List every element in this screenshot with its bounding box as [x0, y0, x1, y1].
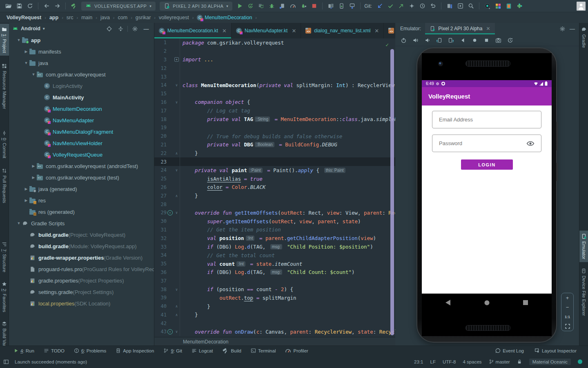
collapse-all-button[interactable]: [116, 25, 125, 33]
emulator-nav-home-button[interactable]: [470, 36, 479, 45]
code-line-32[interactable]: 32 val position:Int = parent.getChildAda…: [154, 234, 395, 242]
profiler-sessions-button[interactable]: [482, 1, 493, 11]
project-view-selector[interactable]: Android: [21, 26, 40, 31]
code-line-20[interactable]: 20 // True for debug builds and false ot…: [154, 132, 395, 141]
tree-item-manifests[interactable]: ▶manifests: [9, 46, 154, 57]
emulator-device-tab[interactable]: Pixel 2 API 30 Alpha ✕: [425, 23, 494, 34]
code-line-28[interactable]: 28: [154, 200, 395, 209]
tree-item-build-gradle[interactable]: build.gradle (Module: VolleyRequest.app): [9, 240, 154, 252]
fold-open-icon[interactable]: ∨: [174, 330, 180, 334]
nav-back-icon[interactable]: [445, 300, 451, 305]
tool-window-button-2-favorites[interactable]: 2: Favorites: [0, 278, 9, 315]
breadcrumb-item[interactable]: gsrikar: [136, 15, 151, 20]
tree-chevron-icon[interactable]: ▼: [16, 221, 22, 225]
profile-debug-button[interactable]: [298, 1, 309, 11]
fold-expand-icon[interactable]: +: [174, 57, 179, 62]
code-editor[interactable]: 1package com.gsrikar.volleyrequest23+imp…: [154, 38, 395, 337]
emulator-camera-button[interactable]: [493, 36, 503, 45]
zoom-out-button[interactable]: −: [566, 305, 569, 310]
tree-item-java-generated-[interactable]: ▶java (generated): [9, 183, 154, 195]
editor-tab-navmenuadapter-kt[interactable]: CNavMenuAdapter.kt✕: [232, 23, 301, 38]
nav-overview-icon[interactable]: [523, 300, 528, 305]
tree-chevron-icon[interactable]: ▶: [23, 49, 29, 54]
fold-close-icon[interactable]: ∧: [174, 313, 180, 317]
file-encoding[interactable]: UTF-8: [443, 359, 456, 364]
fit-to-window-icon[interactable]: [565, 324, 570, 329]
apply-code-button[interactable]: [256, 1, 266, 11]
override-method-icon[interactable]: ↑: [167, 210, 173, 215]
target-device-select[interactable]: PIXEL 2 API 30 ALPHA▾: [160, 2, 232, 11]
git-branch[interactable]: master: [489, 359, 510, 364]
gear-icon[interactable]: [130, 25, 139, 33]
password-field[interactable]: Password: [432, 135, 541, 152]
fold-open-icon[interactable]: ∨: [174, 168, 180, 172]
tree-chevron-icon[interactable]: ▶: [30, 164, 37, 168]
emulator-tool-button[interactable]: [503, 1, 514, 11]
code-line-35[interactable]: 35 val count:Int = state.itemCount: [154, 260, 395, 268]
fold-close-icon[interactable]: ∧: [174, 151, 180, 155]
override-method-icon[interactable]: ↑: [167, 329, 173, 334]
device-pair-button[interactable]: [325, 1, 336, 11]
git-pull-button[interactable]: [374, 1, 385, 11]
tree-item-com-gsrikar-volleyrequest-androidtest-[interactable]: ▶com.gsrikar.volleyrequest (androidTest): [9, 160, 154, 172]
tree-item-gradle-scripts[interactable]: ▼Gradle Scripts: [9, 218, 154, 229]
code-line-22[interactable]: 22∧ }: [154, 149, 395, 157]
inspection-status-icon[interactable]: ✓: [385, 42, 389, 48]
tool-window-button-resource-manager[interactable]: Resource Manager: [0, 61, 9, 112]
code-line-39[interactable]: 39 outRect.top = splitMargin: [154, 294, 395, 302]
close-icon[interactable]: ✕: [486, 26, 490, 31]
sdk-manager-button[interactable]: [347, 1, 357, 11]
emulator-rotate-left-button[interactable]: [434, 36, 444, 45]
tool-window-button-emulator[interactable]: Emulator: [579, 231, 588, 262]
tool-window-button-pull-requests[interactable]: Pull Requests: [0, 165, 9, 206]
run-configuration-select[interactable]: VOLLEYREQUEST.APP▾: [81, 2, 156, 11]
tree-item-res[interactable]: ▶res: [9, 195, 154, 206]
close-icon[interactable]: ✕: [374, 28, 379, 34]
code-line-29[interactable]: 29↑∨ override fun getItemOffsets(outRect…: [154, 209, 395, 217]
tool-window-button-4-run[interactable]: 4: Run: [14, 348, 34, 353]
fold-open-icon[interactable]: ∨: [174, 287, 180, 292]
fold-open-icon[interactable]: ∨: [174, 83, 180, 87]
emulator-power-button[interactable]: [399, 36, 408, 45]
nav-home-icon[interactable]: [484, 300, 490, 305]
tool-window-button-1-project[interactable]: 1: Project: [0, 24, 9, 56]
profiler-button[interactable]: [287, 1, 298, 11]
email-field[interactable]: Email Address: [432, 111, 541, 128]
code-line-43[interactable]: 43↑∨ override fun onDraw(c: Canvas, pare…: [154, 328, 395, 336]
resource-manager-button[interactable]: [493, 1, 503, 11]
indent-size[interactable]: 4 spaces: [463, 359, 482, 364]
editor-tab-nav-men[interactable]: nav_men✕: [384, 23, 395, 38]
sync-button[interactable]: [24, 1, 35, 11]
plugins-button[interactable]: [514, 1, 525, 11]
theme-name[interactable]: Material Oceanic: [529, 359, 571, 365]
code-line-41[interactable]: 41∧ }: [154, 311, 395, 319]
code-line-38[interactable]: 38∨ if (position == count - 2) {: [154, 285, 395, 294]
breadcrumb-item[interactable]: main: [81, 15, 92, 20]
emulator-nav-back-button[interactable]: [458, 36, 468, 45]
code-line-17[interactable]: 17 // Log cat tag: [154, 106, 395, 115]
breadcrumb-item[interactable]: src: [67, 15, 74, 20]
back-button[interactable]: [41, 1, 52, 11]
breadcrumb-item[interactable]: app: [49, 15, 58, 20]
code-line-27[interactable]: 27∧ }: [154, 191, 395, 200]
tree-chevron-icon[interactable]: ▼: [30, 72, 37, 76]
tree-chevron-icon[interactable]: ▼: [23, 61, 29, 65]
breadcrumb-item[interactable]: CMenuItemDecoration: [197, 15, 252, 20]
editor-tab-dialog-nav-menu-list-xml[interactable]: dialog_nav_menu_list.xml✕: [301, 23, 384, 38]
code-line-12[interactable]: 12: [154, 64, 395, 72]
tool-window-button-terminal[interactable]: Terminal: [251, 348, 276, 353]
git-history-button[interactable]: [417, 1, 428, 11]
emulator-rotate-right-button[interactable]: [446, 36, 456, 45]
fold-close-icon[interactable]: ∧: [174, 194, 180, 198]
tree-item-navmenudialogfragment[interactable]: CNavMenuDialogFragment: [9, 126, 154, 137]
emulator-vol-down-button[interactable]: [422, 36, 432, 45]
caret-position[interactable]: 23:1: [414, 359, 423, 364]
code-line-30[interactable]: 30 super.getItemOffsets(outRect, view, p…: [154, 217, 395, 226]
tool-window-button-build[interactable]: Build: [222, 348, 241, 354]
search-button[interactable]: [466, 1, 476, 11]
tree-item-mainactivity[interactable]: CMainActivity: [9, 92, 154, 103]
code-line-1[interactable]: 1package com.gsrikar.volleyrequest: [154, 38, 395, 47]
code-line-3[interactable]: 3+import ...: [154, 56, 395, 64]
tool-window-button-gradle[interactable]: Gradle: [579, 24, 588, 51]
tool-window-button-9-git[interactable]: 9: Git: [163, 348, 182, 353]
